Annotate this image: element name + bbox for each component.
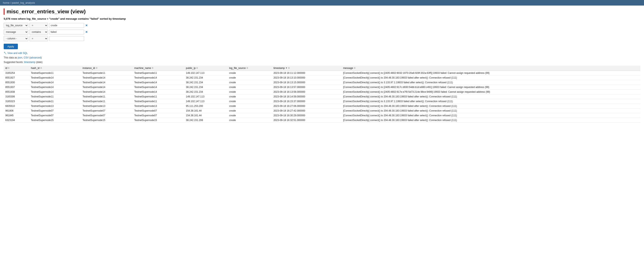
cell-public_ip: 38.242.151.234: [184, 75, 228, 80]
cell-id: 961806: [4, 108, 29, 113]
cell-instance_id: TestnetSupernode11: [81, 94, 132, 99]
cell-timestamp: 2023-09-18 16:30:29.000000: [272, 113, 342, 118]
cell-log_file_source: cnode: [228, 80, 272, 85]
cell-public_ip: 149.102.147.113: [184, 99, 228, 104]
cell-hash_id: TestnetSupernode07: [29, 113, 81, 118]
cell-message: [ConnectSocketDirectly] connect() to 3.1…: [342, 80, 640, 85]
cell-public_ip: 149.102.147.113: [184, 94, 228, 99]
cell-timestamp: 2023-09-18 16:15:37.000000: [272, 99, 342, 104]
cell-log_file_source: cnode: [228, 108, 272, 113]
cell-instance_id: TestnetSupernode14: [81, 75, 132, 80]
cell-instance_id: TestnetSupernode13: [81, 104, 132, 108]
cell-hash_id: TestnetSupernode11: [29, 71, 81, 75]
filter-1-value-input[interactable]: [49, 23, 84, 28]
cell-timestamp: 2023-09-18 16:13:57.000000: [272, 85, 342, 89]
cell-log_file_source: cnode: [228, 71, 272, 75]
cell-public_ip: 38.242.151.234: [184, 80, 228, 85]
main-content: misc_error_entries_view (view) 5,076 row…: [0, 6, 644, 126]
data-table: id ⚙ hash_id ⚙ instance_id ⚙: [4, 66, 640, 123]
cell-machine_name: TestnetSupernode11: [132, 99, 184, 104]
cell-hash_id: TestnetSupernode07: [29, 108, 81, 113]
timestamp-facet-link[interactable]: timestamp: [24, 61, 35, 64]
cell-message: [ConnectSocketDirectly] connect() to 204…: [342, 104, 640, 108]
cell-machine_name: TestnetSupernode14: [132, 89, 184, 94]
filter-3-operator-select[interactable]: =: [30, 36, 48, 41]
cell-hash_id: TestnetSupernode11: [29, 99, 81, 104]
filter-2-remove-btn[interactable]: ✕: [85, 30, 88, 34]
col-log-file-source-gear-icon: ⚙: [246, 67, 248, 69]
cell-timestamp: 2023-09-18 16:14:59.000000: [272, 94, 342, 99]
filter-3-column-select[interactable]: - column -: [4, 36, 28, 41]
col-hash-id-gear-icon: ⚙: [40, 67, 42, 69]
col-header-machine-name[interactable]: machine_name ⚙: [132, 66, 184, 71]
cell-log_file_source: cnode: [228, 89, 272, 94]
filter-1-column-select[interactable]: log_file_source: [4, 23, 28, 28]
cell-message: [ConnectSocketDirectly] connect() to 204…: [342, 94, 640, 99]
cell-message: [ConnectSocketDirectly] connect() to 204…: [342, 118, 640, 122]
table-row: 961845TestnetSupernode07TestnetSupernode…: [4, 113, 640, 118]
filter-2-value-input[interactable]: [49, 30, 84, 35]
csv-link[interactable]: CSV: [24, 56, 29, 59]
cell-timestamp: 2023-09-18 16:27:42.000000: [272, 108, 342, 113]
cell-id: 961845: [4, 113, 29, 118]
col-header-log-file-source[interactable]: log_file_source ⚙: [228, 66, 272, 71]
cell-instance_id: TestnetSupernode14: [81, 85, 132, 89]
col-header-hash-id[interactable]: hash_id ⚙: [29, 66, 81, 71]
cell-timestamp: 2023-09-18 16:13:15.000000: [272, 80, 342, 85]
filter-2-column-select[interactable]: message: [4, 29, 28, 35]
cell-log_file_source: cnode: [228, 104, 272, 108]
cell-instance_id: TestnetSupernode11: [81, 99, 132, 104]
cell-log_file_source: cnode: [228, 99, 272, 104]
filter-1-operator-select[interactable]: =: [30, 23, 48, 28]
col-message-gear-icon: ⚙: [354, 67, 356, 69]
cell-log_file_source: cnode: [228, 75, 272, 80]
col-header-message[interactable]: message ⚙: [342, 66, 640, 71]
apply-button[interactable]: Apply: [4, 44, 18, 49]
filter-3-value-input[interactable]: [49, 36, 84, 41]
cell-message: [ConnectSocketDirectly] connect() to [24…: [342, 71, 640, 75]
cell-public_ip: 154.38.161.44: [184, 108, 228, 113]
col-id-gear-icon: ⚙: [8, 67, 10, 69]
col-instance-id-gear-icon: ⚙: [96, 67, 98, 69]
cell-timestamp: 2023-09-18 16:27:06.000000: [272, 104, 342, 108]
cell-machine_name: TestnetSupernode15: [132, 118, 184, 122]
cell-machine_name: TestnetSupernode07: [132, 108, 184, 113]
col-machine-name-gear-icon: ⚙: [152, 67, 154, 69]
nav-home-link[interactable]: home: [3, 1, 10, 4]
cell-id: 8551927: [4, 75, 29, 80]
cell-public_ip: 154.38.161.44: [184, 113, 228, 118]
table-row: 961806TestnetSupernode07TestnetSupernode…: [4, 108, 640, 113]
cell-timestamp: 2023-09-18 16:13:58.000000: [272, 89, 342, 94]
col-header-instance-id[interactable]: instance_id ⚙: [81, 66, 132, 71]
cell-id: 8551930: [4, 80, 29, 85]
cell-message: [ConnectSocketDirectly] connect() to 3.1…: [342, 99, 640, 104]
cell-instance_id: TestnetSupernode15: [81, 118, 132, 122]
col-timestamp-sort-arrow: ▼: [286, 67, 288, 69]
cell-public_ip: 38.242.151.208: [184, 118, 228, 122]
filter-1-remove-btn[interactable]: ✕: [85, 24, 88, 27]
json-link[interactable]: json: [18, 56, 22, 59]
cell-hash_id: TestnetSupernode13: [29, 104, 81, 108]
table-header-row: id ⚙ hash_id ⚙ instance_id ⚙: [4, 66, 640, 71]
filter-row-1: log_file_source = ✕: [4, 23, 640, 28]
col-header-id[interactable]: id ⚙: [4, 66, 29, 71]
cell-message: [ConnectSocketDirectly] connect() to [24…: [342, 85, 640, 89]
cell-public_ip: 95.111.253.200: [184, 104, 228, 108]
nav-current-link[interactable]: pastel_log_analysis: [12, 1, 35, 4]
view-edit-sql-link[interactable]: 🔧 View and edit SQL: [4, 52, 28, 55]
cell-id: 6323194: [4, 118, 29, 122]
advanced-link[interactable]: advanced: [30, 56, 41, 59]
col-header-public-ip[interactable]: public_ip ⚙: [184, 66, 228, 71]
filter-2-operator-select[interactable]: contains: [30, 29, 48, 35]
table-row: 8551937TestnetSupernode14TestnetSupernod…: [4, 85, 640, 89]
cell-log_file_source: cnode: [228, 94, 272, 99]
cell-log_file_source: cnode: [228, 118, 272, 122]
cell-hash_id: TestnetSupernode14: [29, 75, 81, 80]
table-row: 3165323TestnetSupernode11TestnetSupernod…: [4, 99, 640, 104]
table-row: 8551938TestnetSupernode14TestnetSupernod…: [4, 89, 640, 94]
cell-public_ip: 38.242.151.234: [184, 85, 228, 89]
cell-instance_id: TestnetSupernode14: [81, 80, 132, 85]
cell-machine_name: TestnetSupernode13: [132, 104, 184, 108]
page-title: misc_error_entries_view (view): [4, 9, 640, 15]
col-header-timestamp[interactable]: timestamp ▼ ⚙: [272, 66, 342, 71]
